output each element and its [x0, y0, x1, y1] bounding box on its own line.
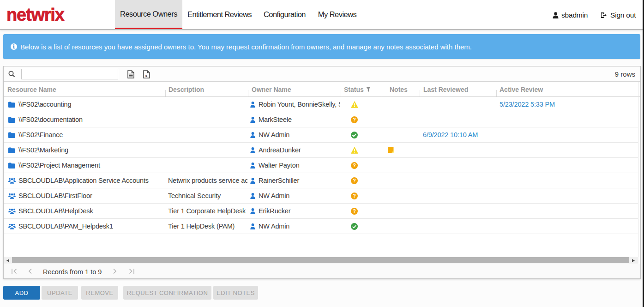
- svg-text:netwrix: netwrix: [6, 7, 65, 23]
- svg-text:?: ?: [353, 117, 356, 122]
- svg-text:?: ?: [353, 178, 356, 183]
- svg-text:?: ?: [353, 163, 356, 168]
- svg-text:?: ?: [353, 193, 356, 199]
- svg-text:x: x: [145, 72, 148, 78]
- svg-text:?: ?: [353, 208, 356, 214]
